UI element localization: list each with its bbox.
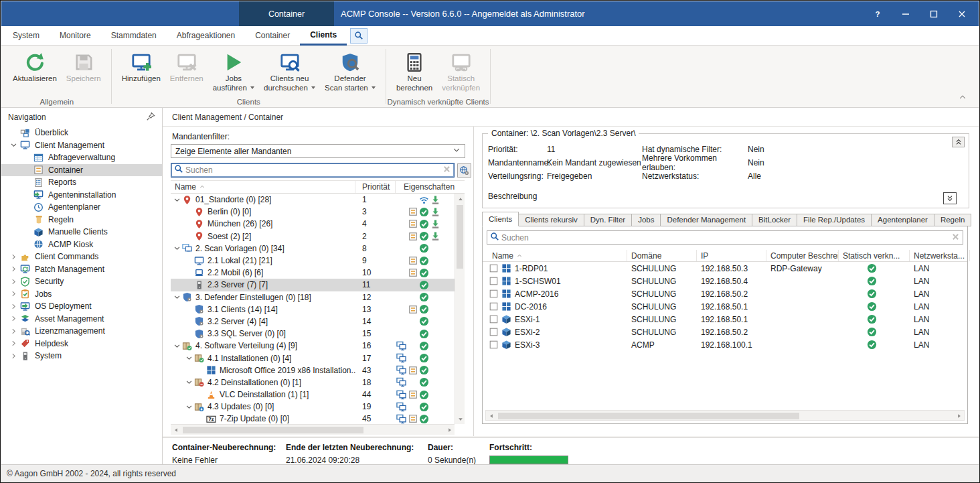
ribbon-defender-scan-starten-button[interactable]: DefenderScan starten xyxy=(320,48,380,94)
client-row-esxi-1[interactable]: ESXi-1SCHULUNG192.168.50.1LAN xyxy=(483,313,967,326)
sidebar-item-helpdesk[interactable]: Helpdesk xyxy=(1,338,162,350)
titlebar-container-tab[interactable]: Container xyxy=(239,1,334,26)
client-row-1-schsw01[interactable]: 1-SCHSW01SCHULUNG192.168.50.4LAN xyxy=(483,275,967,287)
clients-column-ip[interactable]: IP xyxy=(697,250,766,261)
menu-clients[interactable]: Clients xyxy=(300,26,347,46)
column-header-name[interactable]: Name xyxy=(171,181,355,193)
client-checkbox[interactable] xyxy=(489,340,498,349)
sidebar-item-agenteninstallation[interactable]: Agenteninstallation xyxy=(1,189,162,202)
client-row-1-rdp01[interactable]: 1-RDP01SCHULUNG192.168.50.3RDP-GatewayLA… xyxy=(483,262,967,275)
tree-row-7-zip-update-0-0[interactable]: 7z7-Zip Update (0) [0]45 xyxy=(171,413,455,424)
scroll-up-button[interactable] xyxy=(455,194,465,204)
horizontal-scrollbar[interactable] xyxy=(485,410,965,421)
close-button[interactable] xyxy=(948,1,976,26)
menu-search-button[interactable] xyxy=(350,28,368,44)
tab-agentenplaner[interactable]: Agentenplaner xyxy=(871,214,934,226)
collapse-details-button[interactable] xyxy=(952,137,965,147)
sidebar-item-asset-management[interactable]: Asset Management xyxy=(1,313,162,326)
ribbon-speichern-button[interactable]: Speichern xyxy=(62,48,106,86)
sidebar-item-manuelle-clients[interactable]: Manuelle Clients xyxy=(1,226,162,238)
ribbon-statisch-verkn-pfen-button[interactable]: Statischverknüpfen xyxy=(437,48,485,94)
tree-row-microsoft-office-2019-x86-installation[interactable]: Microsoft Office 2019 x86 Installation..… xyxy=(171,364,455,376)
expander[interactable] xyxy=(7,315,20,322)
clients-column-computer-beschreib[interactable]: Computer Beschreib... xyxy=(766,250,839,261)
expander[interactable] xyxy=(7,303,20,310)
expander[interactable] xyxy=(7,290,20,297)
sidebar-item-abfrageverwaltung[interactable]: Abfrageverwaltung xyxy=(1,151,162,164)
tree-row-2-scan-vorlagen-0-34[interactable]: 2. Scan Vorlagen (0) [34]8 xyxy=(171,243,455,255)
minimize-button[interactable] xyxy=(892,1,920,26)
scrollbar-thumb[interactable] xyxy=(457,205,463,269)
tree-row-2-3-server-7-7[interactable]: 2.3 Server (7) [7]11 xyxy=(171,279,455,291)
expander[interactable] xyxy=(172,245,182,252)
tree-row-4-1-installationen-0-4[interactable]: 4.1 Installationen (0) [4]17 xyxy=(171,352,455,364)
tab-defender-management[interactable]: Defender Management xyxy=(660,214,752,226)
sidebar-item-os-deployment[interactable]: OS Deployment xyxy=(1,300,162,313)
expander[interactable] xyxy=(7,328,20,335)
tree-row-3-2-server-4-4[interactable]: 3.2 Server (4) [4]14 xyxy=(171,316,455,328)
ribbon-collapse-button[interactable] xyxy=(955,92,970,102)
expander[interactable] xyxy=(184,378,194,386)
tree-row-4-2-deinstallationen-0-1[interactable]: 4.2 Deinstallationen (0) [1]18 xyxy=(171,376,455,389)
tab-file-rep-updates[interactable]: File Rep./Updates xyxy=(797,214,872,226)
ribbon-neu-berechnen-button[interactable]: Neuberechnen xyxy=(392,48,437,94)
tree-row-3-defender-einstellugen-0-18[interactable]: 3. Defender Einstellugen (0) [18]12 xyxy=(171,291,455,303)
sidebar-item-client-commands[interactable]: Client Commands xyxy=(1,251,162,263)
ribbon-aktualisieren-button[interactable]: Aktualisieren xyxy=(8,48,62,86)
container-search-input[interactable] xyxy=(185,165,440,175)
tree-row-vlc-deinstallation-1-1[interactable]: VLC Deinstallation (1) [1]44 xyxy=(171,389,455,401)
sidebar-item-regeln[interactable]: Regeln xyxy=(1,214,162,226)
sidebar-item-reports[interactable]: Reports xyxy=(1,176,162,189)
sidebar-item-container[interactable]: Container xyxy=(1,164,162,177)
scroll-left-button[interactable] xyxy=(171,425,181,435)
scrollbar-thumb[interactable] xyxy=(498,413,799,419)
mandant-settings-button[interactable] xyxy=(457,163,471,178)
menu-abfrageaktionen[interactable]: Abfrageaktionen xyxy=(167,26,245,46)
vertical-scrollbar[interactable] xyxy=(455,194,465,424)
tab-jobs[interactable]: Jobs xyxy=(631,214,661,226)
client-row-dc-2016[interactable]: DC-2016SCHULUNG192.168.50.1LAN xyxy=(483,300,967,313)
tree-row-2-1-lokal-21-21[interactable]: 2.1 Lokal (21) [21]9 xyxy=(171,255,455,267)
menu-system[interactable]: System xyxy=(3,26,50,46)
clients-column-netzwerksta[interactable]: Netzwerksta... xyxy=(910,250,970,261)
sidebar-item-jobs[interactable]: Jobs xyxy=(1,288,162,301)
tree-row-3-1-clients-14-14[interactable]: 3.1 Clients (14) [14]13 xyxy=(171,303,455,316)
tab-dyn-filter[interactable]: Dyn. Filter xyxy=(584,214,632,226)
expander[interactable] xyxy=(7,265,20,273)
scroll-down-button[interactable] xyxy=(455,414,465,424)
ribbon-clients-neu-durchsuchen-button[interactable]: Clients neudurchsuchen xyxy=(259,48,320,94)
expander[interactable] xyxy=(7,340,20,347)
client-checkbox[interactable] xyxy=(489,328,498,336)
scrollbar-thumb[interactable] xyxy=(183,427,363,433)
clients-column-statisch-verkn[interactable]: Statisch verkn... xyxy=(839,250,910,261)
sidebar-item-client-management[interactable]: Client Management xyxy=(1,139,162,152)
client-checkbox[interactable] xyxy=(489,277,498,285)
sidebar-item-lizenzmanagement[interactable]: Lizenzmanagement xyxy=(1,325,162,338)
clear-search-button[interactable] xyxy=(442,164,451,176)
clients-column-name[interactable]: Name xyxy=(483,250,627,261)
horizontal-scrollbar[interactable] xyxy=(171,424,455,435)
ribbon-jobs-ausf-hren-button[interactable]: Jobsausführen xyxy=(208,48,259,94)
help-button[interactable]: ? xyxy=(864,1,892,26)
client-row-esxi-3[interactable]: ESXi-3ACMP192.168.100.1LAN xyxy=(483,338,967,351)
tab-clients-rekursiv[interactable]: Clients rekursiv xyxy=(518,214,584,226)
expander[interactable] xyxy=(172,342,182,350)
tree-row-m-nchen-26-26[interactable]: München (26) [26]4 xyxy=(171,218,455,230)
client-row-acmp-2016[interactable]: ACMP-2016SCHULUNG192.168.50.2LAN xyxy=(483,287,967,300)
client-checkbox[interactable] xyxy=(489,315,498,324)
tree-row-soest-2-2[interactable]: Soest (2) [2]2 xyxy=(171,230,455,243)
tab-bitlocker[interactable]: BitLocker xyxy=(752,214,797,226)
scroll-right-button[interactable] xyxy=(954,411,964,421)
expander[interactable] xyxy=(184,354,194,362)
expander[interactable] xyxy=(7,278,20,285)
sidebar-item-agentenplaner[interactable]: Agentenplaner xyxy=(1,201,162,214)
tab-regeln[interactable]: Regeln xyxy=(934,214,971,226)
expander[interactable] xyxy=(7,352,20,360)
pin-button[interactable] xyxy=(146,112,155,123)
sidebar-item-security[interactable]: Security xyxy=(1,275,162,288)
tree-row-01-standorte-0-28[interactable]: 01_Standorte (0) [28]1 xyxy=(171,194,455,206)
scroll-left-button[interactable] xyxy=(486,411,496,421)
tree-row-berlin-0-0[interactable]: Berlin (0) [0]3 xyxy=(171,206,455,218)
client-row-esxi-2[interactable]: ESXi-2SCHULUNG192.168.50.2LAN xyxy=(483,326,967,338)
scroll-right-button[interactable] xyxy=(444,425,455,435)
